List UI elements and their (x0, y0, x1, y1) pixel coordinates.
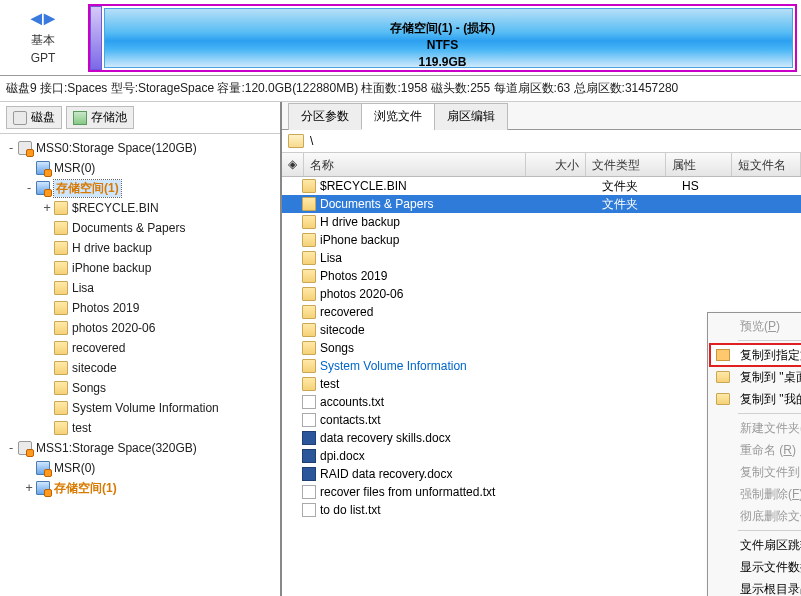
file-name: Songs (320, 341, 542, 355)
lock-icon (44, 489, 52, 497)
tab-pool[interactable]: 存储池 (66, 106, 134, 129)
file-name: $RECYCLE.BIN (320, 179, 542, 193)
file-name: contacts.txt (320, 413, 542, 427)
col-short[interactable]: 短文件名 (732, 153, 801, 176)
file-list-header[interactable]: ◈ 名称 大小 文件类型 属性 短文件名 (282, 153, 801, 177)
device-tree[interactable]: -MSS0:Storage Space(120GB)MSR(0)-存储空间(1)… (0, 134, 280, 502)
expander-icon[interactable]: + (22, 481, 36, 495)
folder-icon (54, 201, 68, 215)
part-icon (36, 161, 50, 175)
file-row[interactable]: photos 2020-06 (282, 285, 801, 303)
tree-item[interactable]: Lisa (2, 278, 278, 298)
file-name: Lisa (320, 251, 542, 265)
tab-disk[interactable]: 磁盘 (6, 106, 62, 129)
col-size[interactable]: 大小 (526, 153, 586, 176)
tree-item[interactable]: Documents & Papers (2, 218, 278, 238)
menu-label: 强制删除(F) (734, 486, 801, 503)
tree-item[interactable]: sitecode (2, 358, 278, 378)
folder-icon (54, 381, 68, 395)
tree-item[interactable]: -MSS0:Storage Space(120GB) (2, 138, 278, 158)
menu-clus_file[interactable]: 显示文件数据所占用的簇列表 (710, 556, 801, 578)
menu-copy_to[interactable]: 复制到指定文件夹(S)... (710, 344, 801, 366)
word-icon (302, 431, 316, 445)
file-name: data recovery skills.docx (320, 431, 542, 445)
folder-open-icon (288, 134, 304, 148)
menu-clus_root[interactable]: 显示根目录占用的簇列表 (710, 578, 801, 596)
tree-item[interactable]: Photos 2019 (2, 298, 278, 318)
folder-icon (302, 251, 316, 265)
tab-browse-files[interactable]: 浏览文件 (361, 103, 435, 130)
nav-prev-icon[interactable]: ◀ (31, 10, 42, 26)
file-name: Documents & Papers (320, 197, 542, 211)
expander-icon[interactable]: - (22, 181, 36, 195)
tab-disk-label: 磁盘 (31, 109, 55, 126)
tree-item[interactable]: -存储空间(1) (2, 178, 278, 198)
menu-label: 新建文件夹(N) (734, 420, 801, 437)
tree-item[interactable]: iPhone backup (2, 258, 278, 278)
col-name[interactable]: 名称 (304, 153, 526, 176)
file-row[interactable]: Photos 2019 (282, 267, 801, 285)
tree-item-label: MSS1:Storage Space(320GB) (36, 441, 197, 455)
file-icon (302, 413, 316, 427)
folder-icon (302, 323, 316, 337)
menu-icon (712, 486, 734, 502)
folder-icon (302, 341, 316, 355)
tab-partition-params[interactable]: 分区参数 (288, 103, 362, 130)
tree-item[interactable]: photos 2020-06 (2, 318, 278, 338)
word-icon (302, 449, 316, 463)
context-menu[interactable]: 预览(P)复制到指定文件夹(S)...复制到 "桌面" (E)复制到 "我的文档… (707, 312, 801, 596)
folder-icon (54, 301, 68, 315)
menu-label: 复制到指定文件夹(S)... (734, 347, 801, 364)
expander-icon[interactable]: + (40, 201, 54, 215)
disk-header: ◀ ▶ 基本 GPT 存储空间(1) - (损坏) NTFS 119.9GB (0, 0, 801, 76)
tree-item-label: 存储空间(1) (54, 180, 121, 197)
nav-arrows[interactable]: ◀ ▶ (31, 10, 55, 26)
tree-item-label: H drive backup (72, 241, 152, 255)
menu-icon (712, 391, 734, 407)
col-type[interactable]: 文件类型 (586, 153, 666, 176)
file-row[interactable]: $RECYCLE.BIN文件夹HS (282, 177, 801, 195)
breadcrumb[interactable]: \ (282, 130, 801, 153)
menu-label: 显示文件数据所占用的簇列表 (734, 559, 801, 576)
menu-icon (712, 442, 734, 458)
menu-perm_del: 彻底删除文件 (P) (710, 505, 801, 527)
file-name: to do list.txt (320, 503, 542, 517)
disk-bar-text: 存储空间(1) - (损坏) NTFS 119.9GB (90, 20, 795, 71)
tree-item-label: photos 2020-06 (72, 321, 155, 335)
tree-item[interactable]: -MSS1:Storage Space(320GB) (2, 438, 278, 458)
tree-item[interactable]: MSR(0) (2, 158, 278, 178)
expander-icon[interactable]: - (4, 141, 18, 155)
folder-icon (302, 215, 316, 229)
disk-bar[interactable]: 存储空间(1) - (损坏) NTFS 119.9GB (86, 0, 801, 75)
tree-item[interactable]: +$RECYCLE.BIN (2, 198, 278, 218)
tree-item[interactable]: test (2, 418, 278, 438)
tree-item[interactable]: System Volume Information (2, 398, 278, 418)
file-row[interactable]: Documents & Papers文件夹 (282, 195, 801, 213)
menu-copy_docs[interactable]: 复制到 "我的文档" (M) (710, 388, 801, 410)
folder-icon (716, 393, 730, 405)
menu-label: 复制文件到当前分区(W) (734, 464, 801, 481)
nav-next-icon[interactable]: ▶ (44, 10, 55, 26)
tree-item[interactable]: Songs (2, 378, 278, 398)
tree-item[interactable]: H drive backup (2, 238, 278, 258)
file-row[interactable]: H drive backup (282, 213, 801, 231)
lock-icon (44, 469, 52, 477)
menu-label: 显示根目录占用的簇列表 (734, 581, 801, 597)
pool-icon (73, 111, 87, 125)
tree-item[interactable]: +存储空间(1) (2, 478, 278, 498)
menu-jump[interactable]: 文件扇区跳转 (710, 534, 801, 556)
menu-copy_desk[interactable]: 复制到 "桌面" (E) (710, 366, 801, 388)
expander-icon[interactable]: - (4, 441, 18, 455)
file-name: recover files from unformatted.txt (320, 485, 542, 499)
file-name: RAID data recovery.docx (320, 467, 542, 481)
col-attr[interactable]: 属性 (666, 153, 732, 176)
tab-sector-edit[interactable]: 扇区编辑 (434, 103, 508, 130)
col-icon[interactable]: ◈ (282, 153, 304, 176)
tree-item[interactable]: recovered (2, 338, 278, 358)
file-row[interactable]: iPhone backup (282, 231, 801, 249)
lock-icon (26, 149, 34, 157)
menu-label: 复制到 "桌面" (E) (734, 369, 801, 386)
file-row[interactable]: Lisa (282, 249, 801, 267)
menu-new_fold: 新建文件夹(N) (710, 417, 801, 439)
tree-item[interactable]: MSR(0) (2, 458, 278, 478)
